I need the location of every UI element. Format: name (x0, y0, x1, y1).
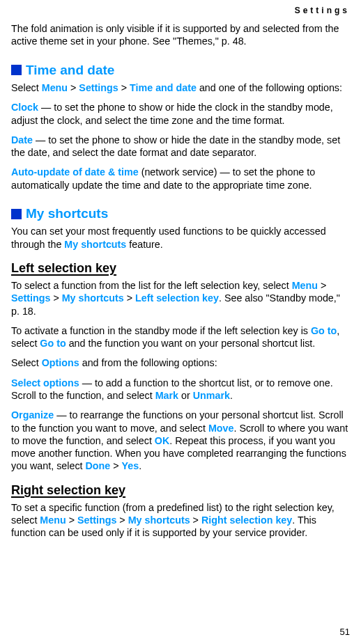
text: or (178, 390, 193, 401)
select-options-label: Select options (11, 377, 79, 388)
clock-desc: — to set the phone to show or hide the c… (11, 102, 333, 125)
breadcrumb-right-selection-key: Right selection key (201, 515, 292, 526)
sep: > (50, 292, 61, 304)
my-shortcuts-title-text: My shortcuts (26, 205, 108, 222)
breadcrumb-menu: Menu (42, 82, 68, 93)
text: To select a function from the list for t… (11, 280, 292, 291)
breadcrumb-settings: Settings (77, 515, 116, 526)
text: and one of the following options: (197, 82, 342, 93)
sep: > (68, 82, 79, 93)
done-label: Done (86, 460, 111, 471)
section-square-icon (11, 65, 22, 75)
breadcrumb-left-selection-key: Left selection key (135, 292, 219, 304)
page-number: 51 (340, 627, 350, 637)
text: . (139, 460, 141, 471)
my-shortcuts-intro: You can set your most frequently used fu… (11, 225, 350, 251)
move-label: Move (208, 423, 234, 434)
sep: > (118, 82, 130, 93)
my-shortcuts-bold: My shortcuts (64, 239, 126, 250)
text: and from the following options: (79, 357, 217, 368)
sep: > (110, 460, 121, 471)
yes-label: Yes (122, 460, 139, 471)
breadcrumb-menu: Menu (292, 280, 318, 291)
my-shortcuts-heading: My shortcuts (11, 205, 350, 222)
organize-item: Organize — to rearrange the functions on… (11, 409, 350, 472)
right-key-p1: To set a specific function (from a prede… (11, 501, 350, 540)
time-and-date-heading: Time and date (11, 62, 350, 79)
date-option: Date — to set the phone to show or hide … (11, 134, 350, 159)
goto-label: Go to (40, 338, 66, 349)
mark-label: Mark (155, 390, 178, 401)
unmark-label: Unmark (193, 390, 230, 401)
sep: > (190, 515, 201, 526)
breadcrumb-menu: Menu (40, 515, 66, 526)
goto-label: Go to (311, 325, 337, 336)
organize-label: Organize (11, 409, 54, 421)
left-key-p2: To activate a function in the standby mo… (11, 324, 350, 350)
sep: > (124, 292, 135, 304)
text: To activate a function in the standby mo… (11, 325, 311, 336)
time-date-select-line: Select Menu > Settings > Time and date a… (11, 81, 350, 94)
sep: > (318, 280, 326, 291)
text: . (230, 390, 233, 401)
auto-update-option: Auto-update of date & time (network serv… (11, 166, 350, 191)
text: and the function you want on your person… (66, 338, 316, 349)
text: feature. (126, 239, 162, 250)
intro-paragraph: The fold animation is only visible if it… (11, 22, 350, 48)
breadcrumb-settings: Settings (11, 292, 50, 304)
right-selection-key-heading: Right selection key (11, 482, 350, 498)
sep: > (116, 515, 128, 526)
ok-label: OK (155, 435, 169, 446)
sep: > (66, 515, 77, 526)
date-label: Date (11, 134, 33, 146)
clock-option: Clock — to set the phone to show or hide… (11, 101, 350, 127)
auto-update-label: Auto-update of date & time (11, 166, 139, 178)
text: You can set your most frequently used fu… (11, 226, 326, 249)
date-desc: — to set the phone to show or hide the d… (11, 134, 340, 158)
left-selection-key-heading: Left selection key (11, 260, 350, 276)
breadcrumb-my-shortcuts: My shortcuts (128, 515, 190, 526)
clock-label: Clock (11, 102, 38, 113)
left-key-p3: Select Options and from the following op… (11, 356, 350, 369)
options-label: Options (42, 357, 79, 368)
page-header-label: Settings (295, 6, 350, 15)
breadcrumb-my-shortcuts: My shortcuts (62, 292, 124, 304)
text: Select (11, 357, 42, 368)
left-key-p1: To select a function from the list for t… (11, 279, 350, 317)
page-content: The fold animation is only visible if it… (11, 0, 350, 540)
breadcrumb-time-and-date: Time and date (130, 82, 197, 93)
select-options-item: Select options — to add a function to th… (11, 377, 350, 402)
section-square-icon (11, 209, 22, 219)
breadcrumb-settings: Settings (79, 82, 118, 93)
text: Select (11, 82, 42, 93)
time-and-date-title-text: Time and date (26, 62, 114, 79)
